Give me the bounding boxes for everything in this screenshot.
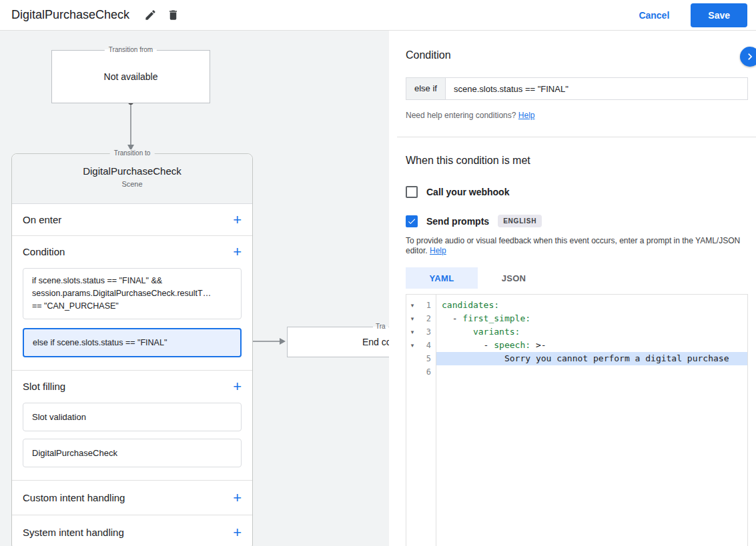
code-line[interactable] xyxy=(436,365,747,379)
line-number: 1 xyxy=(418,299,436,312)
end-conversation-node[interactable]: Tra End co xyxy=(287,327,400,357)
help-prompt-text: Need help entering conditions? xyxy=(406,111,518,120)
language-badge: ENGLISH xyxy=(498,215,542,227)
transition-to-label: Transition to xyxy=(110,149,155,157)
editor-line[interactable]: ▾3 variants: xyxy=(406,325,747,339)
line-number: 5 xyxy=(418,352,436,365)
fold-arrow-icon[interactable]: ▾ xyxy=(406,325,418,339)
code-line[interactable]: - first_simple: xyxy=(436,312,747,325)
editor-line[interactable]: ▾2 - first_simple: xyxy=(406,312,747,325)
delete-scene-button[interactable] xyxy=(161,4,184,27)
fold-spacer xyxy=(406,365,418,379)
code-text-token: Sorry you cannot perform a digital purch… xyxy=(442,353,729,363)
chevron-right-icon xyxy=(743,50,756,63)
panel-divider xyxy=(397,137,756,137)
condition-list: if scene.slots.status == "FINAL" && sess… xyxy=(12,267,252,370)
scene-node[interactable]: Transition to DigitalPurchaseCheck Scene… xyxy=(11,153,253,546)
end-node-value: End co xyxy=(288,327,400,357)
condition-editor-row: else if xyxy=(406,77,748,100)
send-prompts-row: Send prompts ENGLISH xyxy=(406,215,748,227)
code-text-token: - xyxy=(442,313,462,323)
prompt-description: To provide audio or visual feedback when… xyxy=(406,236,743,256)
condition-panel: Condition else if Need help entering con… xyxy=(389,31,756,546)
line-number: 6 xyxy=(418,365,436,379)
yaml-key-token: variants: xyxy=(473,327,520,337)
transition-from-value: Not available xyxy=(104,71,158,82)
line-number: 2 xyxy=(418,312,436,325)
scene-subtitle: Scene xyxy=(12,180,252,188)
code-text-token: >- xyxy=(530,340,546,350)
condition-help-link[interactable]: Help xyxy=(518,111,535,120)
yaml-key-token: candidates: xyxy=(442,300,499,310)
yaml-key-token: speech: xyxy=(494,340,530,350)
topbar: DigitalPurchaseCheck Cancel Save xyxy=(0,0,756,31)
editor-tabs: YAML JSON xyxy=(406,267,748,289)
trash-icon xyxy=(167,9,179,21)
code-text-token xyxy=(442,327,473,337)
pencil-icon xyxy=(144,9,157,21)
fold-arrow-icon[interactable]: ▾ xyxy=(406,339,418,352)
code-line[interactable]: - speech: >- xyxy=(436,339,747,352)
code-line[interactable]: variants: xyxy=(436,325,747,339)
cancel-button[interactable]: Cancel xyxy=(627,5,681,26)
on-enter-section[interactable]: On enter + xyxy=(12,204,252,235)
on-enter-label: On enter xyxy=(23,214,61,225)
prompt-help-link[interactable]: Help xyxy=(430,246,446,255)
code-text-token: - xyxy=(442,340,494,350)
transition-from-node[interactable]: Transition from Not available xyxy=(51,50,210,103)
send-prompts-checkbox[interactable] xyxy=(406,215,418,227)
yaml-key-token: first_simple: xyxy=(462,313,530,323)
condition-item-selected[interactable]: else if scene.slots.status == "FINAL" xyxy=(23,328,242,357)
scene-title: DigitalPurchaseCheck xyxy=(12,165,252,177)
webhook-label: Call your webhook xyxy=(426,187,509,197)
slot-filling-section[interactable]: Slot filling + xyxy=(12,371,252,402)
editor-line[interactable]: ▾1candidates: xyxy=(406,299,747,312)
transition-from-label: Transition from xyxy=(105,46,157,53)
slot-item[interactable]: Slot validation xyxy=(23,403,242,431)
add-icon[interactable]: + xyxy=(233,245,242,259)
code-line[interactable]: Sorry you cannot perform a digital purch… xyxy=(436,352,747,365)
tab-yaml[interactable]: YAML xyxy=(406,267,478,289)
tab-json[interactable]: JSON xyxy=(478,267,550,289)
webhook-row: Call your webhook xyxy=(406,186,748,198)
line-number: 4 xyxy=(418,339,436,352)
fold-spacer xyxy=(406,352,418,365)
condition-section[interactable]: Condition + xyxy=(12,236,252,267)
edit-title-button[interactable] xyxy=(139,4,161,27)
collapse-panel-button[interactable] xyxy=(740,47,756,67)
fold-arrow-icon[interactable]: ▾ xyxy=(406,312,418,325)
slot-filling-label: Slot filling xyxy=(23,381,65,392)
slot-item[interactable]: DigitalPurchaseCheck xyxy=(23,439,242,467)
gutter-divider xyxy=(436,295,436,546)
send-prompts-label: Send prompts xyxy=(426,216,489,227)
line-number: 3 xyxy=(418,325,436,339)
save-button[interactable]: Save xyxy=(691,3,747,27)
editor-line[interactable]: 5 Sorry you cannot perform a digital pur… xyxy=(406,352,747,365)
when-met-title: When this condition is met xyxy=(406,155,748,167)
condition-item[interactable]: if scene.slots.status == "FINAL" && sess… xyxy=(23,268,242,319)
custom-intent-label: Custom intent handling xyxy=(23,492,125,503)
condition-expression-input[interactable] xyxy=(445,77,748,100)
add-icon[interactable]: + xyxy=(233,379,242,394)
editor-line[interactable]: 6 xyxy=(406,365,747,379)
code-editor[interactable]: ▾1candidates:▾2 - first_simple:▾3 varian… xyxy=(406,294,748,546)
add-icon[interactable]: + xyxy=(233,525,242,540)
system-intent-section[interactable]: System intent handling + xyxy=(12,515,252,546)
end-node-label: Tra xyxy=(373,323,388,330)
condition-help-text: Need help entering conditions? Help xyxy=(406,111,748,120)
add-icon[interactable]: + xyxy=(233,491,242,505)
fold-arrow-icon[interactable]: ▾ xyxy=(406,299,418,312)
scene-header: DigitalPurchaseCheck Scene xyxy=(12,154,252,204)
editor-line[interactable]: ▾4 - speech: >- xyxy=(406,339,747,352)
page-title: DigitalPurchaseCheck xyxy=(11,8,129,22)
slot-list: Slot validation DigitalPurchaseCheck xyxy=(12,402,252,480)
checkmark-icon xyxy=(407,217,416,226)
flow-canvas[interactable]: Transition from Not available Tra End co… xyxy=(0,31,389,546)
code-line[interactable]: candidates: xyxy=(436,299,747,312)
custom-intent-section[interactable]: Custom intent handling + xyxy=(12,481,252,515)
system-intent-label: System intent handling xyxy=(23,527,124,538)
scene-editor-page: DigitalPurchaseCheck Cancel Save Transit… xyxy=(0,0,756,546)
add-icon[interactable]: + xyxy=(233,213,242,227)
webhook-checkbox[interactable] xyxy=(406,186,418,198)
condition-prefix-label: else if xyxy=(406,77,445,100)
